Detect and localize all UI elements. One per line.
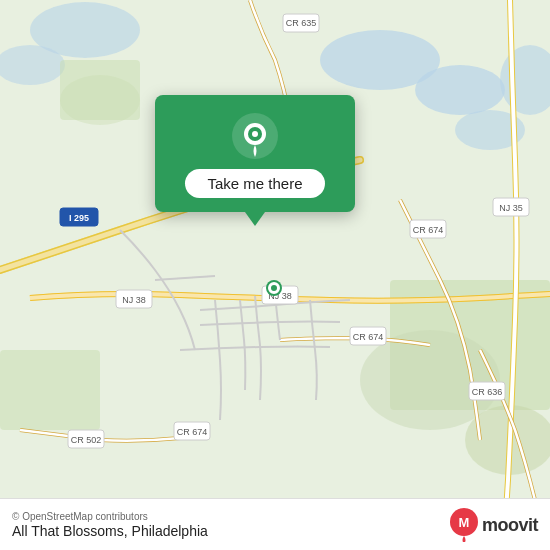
bottom-left-info: © OpenStreetMap contributors All That Bl… xyxy=(12,511,208,539)
take-me-there-button[interactable]: Take me there xyxy=(185,169,324,198)
svg-text:NJ 35: NJ 35 xyxy=(499,203,523,213)
location-dot xyxy=(268,282,280,294)
attribution-text: © OpenStreetMap contributors xyxy=(12,511,208,522)
pin-icon xyxy=(232,113,278,159)
svg-text:CR 674: CR 674 xyxy=(177,427,208,437)
place-name: All That Blossoms, Philadelphia xyxy=(12,523,208,539)
popup-card: Take me there xyxy=(155,95,355,212)
svg-text:NJ 38: NJ 38 xyxy=(122,295,146,305)
svg-point-35 xyxy=(252,131,258,137)
svg-point-3 xyxy=(500,45,550,115)
map-container: CR 635 I 295 NJ 38 NJ 38 NJ 35 CR 674 CR… xyxy=(0,0,550,550)
svg-text:CR 674: CR 674 xyxy=(413,225,444,235)
svg-point-9 xyxy=(60,75,140,125)
svg-text:CR 502: CR 502 xyxy=(71,435,102,445)
bottom-bar: © OpenStreetMap contributors All That Bl… xyxy=(0,498,550,550)
map-svg: CR 635 I 295 NJ 38 NJ 38 NJ 35 CR 674 CR… xyxy=(0,0,550,550)
svg-rect-7 xyxy=(0,350,100,430)
svg-text:M: M xyxy=(459,515,470,530)
moovit-pin-icon: M xyxy=(450,508,478,542)
svg-text:I 295: I 295 xyxy=(69,213,89,223)
svg-text:CR 674: CR 674 xyxy=(353,332,384,342)
svg-text:CR 635: CR 635 xyxy=(286,18,317,28)
moovit-text: moovit xyxy=(482,515,538,536)
svg-text:CR 636: CR 636 xyxy=(472,387,503,397)
moovit-logo: M moovit xyxy=(450,508,538,542)
svg-point-1 xyxy=(415,65,505,115)
